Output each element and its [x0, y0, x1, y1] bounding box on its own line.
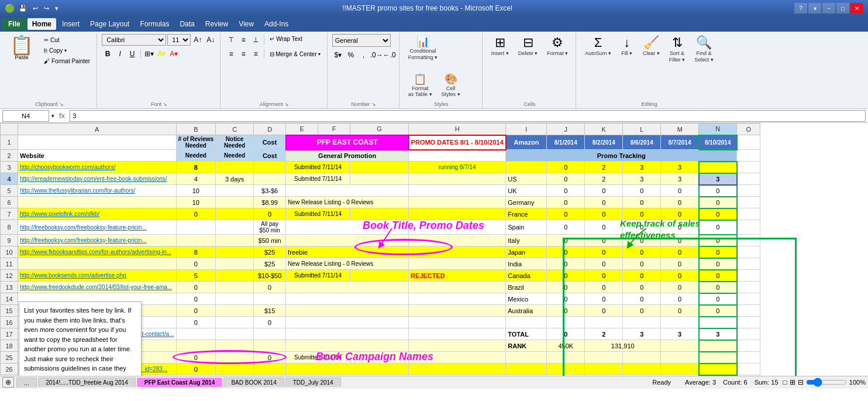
view-menu[interactable]: View [234, 18, 259, 30]
col-header-a[interactable]: A [18, 124, 177, 135]
decrease-font-btn[interactable]: A↓ [205, 34, 216, 46]
cell-c12[interactable] [216, 270, 254, 282]
cell-m11[interactable]: 0 [661, 258, 699, 270]
cell-k11[interactable]: 0 [585, 258, 623, 270]
format-as-table-button[interactable]: 📋 Formatas Table ▾ [404, 71, 436, 101]
formula-input[interactable] [70, 110, 866, 122]
cell-d26[interactable] [254, 364, 286, 375]
cell-d3[interactable] [254, 162, 286, 173]
cell-i5[interactable]: UK [506, 185, 547, 197]
cell-n17[interactable]: 3 [699, 328, 737, 340]
cell-i8[interactable]: Spain [506, 220, 547, 235]
cell-j14[interactable]: 0 [547, 293, 585, 305]
sort-filter-button[interactable]: ⇅ Sort &Filter ▾ [665, 34, 690, 66]
cell-h16[interactable] [409, 317, 506, 328]
sheet-tab-2014-tdd[interactable]: 2014!.....TDD_freebie Aug 2014 [38, 378, 136, 387]
cell-c4[interactable]: 3 days [216, 173, 254, 185]
col-header-d[interactable]: D [254, 124, 286, 135]
cell-n16[interactable] [699, 317, 737, 328]
function-icon[interactable]: fx [57, 111, 67, 120]
cell-b15[interactable]: 0 [176, 305, 216, 317]
cell-l26[interactable] [623, 364, 661, 375]
cell-b1[interactable]: # of ReviewsNeeded [176, 135, 216, 150]
cell-m1[interactable]: 8/7/2014 [661, 135, 699, 150]
redo-quick-btn[interactable]: ↪ [42, 4, 51, 13]
cell-h10[interactable] [409, 246, 506, 258]
cell-o9[interactable] [737, 235, 760, 246]
cell-efg15[interactable] [286, 305, 409, 317]
close-btn[interactable]: ✕ [850, 3, 863, 13]
page-layout-menu[interactable]: Page Layout [85, 18, 134, 30]
cell-b6[interactable]: 10 [176, 197, 216, 208]
save-quick-btn[interactable]: 💾 [17, 4, 29, 13]
cell-d7[interactable]: 0 [254, 208, 286, 220]
cell-o25[interactable] [737, 352, 760, 364]
cell-j12[interactable]: 0 [547, 270, 585, 282]
cell-k15[interactable]: 0 [585, 305, 623, 317]
cell-c5[interactable] [216, 185, 254, 197]
percent-btn[interactable]: % [345, 49, 357, 61]
cell-h5[interactable] [409, 185, 506, 197]
cell-h7[interactable] [409, 208, 506, 220]
cell-l17[interactable]: 3 [623, 328, 661, 340]
row-header-8[interactable]: 8 [1, 220, 18, 235]
cell-d2[interactable]: Cost [254, 150, 286, 162]
cell-o2[interactable] [737, 150, 760, 162]
cell-h18[interactable] [409, 340, 506, 352]
cell-c2[interactable]: Needed [216, 150, 254, 162]
cell-efg26[interactable] [286, 364, 409, 375]
cell-k13[interactable]: 0 [585, 282, 623, 293]
cell-d9[interactable]: $50 min [254, 235, 286, 246]
formulas-menu[interactable]: Formulas [135, 18, 174, 30]
cell-l13[interactable]: 0 [623, 282, 661, 293]
cell-j8[interactable]: 0 [547, 220, 585, 235]
cell-o6[interactable] [737, 197, 760, 208]
cell-d13[interactable]: 0 [254, 282, 286, 293]
cell-d12[interactable]: $10-$50 [254, 270, 286, 282]
middle-align-btn[interactable]: ≡ [237, 34, 249, 46]
cell-g4[interactable] [350, 173, 409, 185]
cell-ef12[interactable]: Submitted 7/11/14 [286, 270, 350, 282]
cell-j25[interactable] [547, 352, 585, 364]
cell-l15[interactable]: 0 [623, 305, 661, 317]
normal-view-btn[interactable]: □ [783, 378, 787, 386]
cell-n1[interactable]: 8/10/2014 [699, 135, 737, 150]
row-header-13[interactable]: 13 [1, 282, 18, 293]
cell-efg1[interactable]: PFP EAST COAST [286, 135, 409, 150]
cell-ef3[interactable]: Submitted 7/11/14 [286, 162, 350, 173]
cell-i4[interactable]: US [506, 173, 547, 185]
sheet-tab-pfp[interactable]: PFP East Coast Aug 2014 [137, 378, 223, 388]
cell-n13[interactable]: 0 [699, 282, 737, 293]
cell-n3[interactable] [699, 162, 737, 173]
cell-d15[interactable]: $15 [254, 305, 286, 317]
file-menu[interactable]: File [2, 18, 26, 30]
row-header-6[interactable]: 6 [1, 197, 18, 208]
cell-j16[interactable] [547, 317, 585, 328]
bold-button[interactable]: B [102, 48, 113, 60]
top-align-btn[interactable]: ⊤ [225, 34, 237, 46]
cell-n18[interactable] [699, 340, 737, 352]
font-name-selector[interactable]: Calibri [102, 34, 166, 46]
cell-k5[interactable]: 0 [585, 185, 623, 197]
cell-a11[interactable] [18, 258, 177, 270]
cell-o12[interactable] [737, 270, 760, 282]
cell-m18[interactable] [661, 340, 699, 352]
cell-b12[interactable]: 5 [176, 270, 216, 282]
cell-o13[interactable] [737, 282, 760, 293]
row-header-17[interactable]: 17 [1, 328, 18, 340]
home-menu[interactable]: Home [27, 18, 56, 30]
cell-n11[interactable]: 0 [699, 258, 737, 270]
cell-o7[interactable] [737, 208, 760, 220]
align-right-btn[interactable]: ≡ [250, 48, 261, 60]
increase-decimal-btn[interactable]: .0→ [371, 49, 383, 61]
cell-g3[interactable] [350, 162, 409, 173]
cell-l14[interactable]: 0 [623, 293, 661, 305]
number-format-selector[interactable]: General [332, 34, 391, 47]
row-header-16[interactable]: 16 [1, 317, 18, 328]
cell-k14[interactable]: 0 [585, 293, 623, 305]
cell-i3[interactable] [506, 162, 547, 173]
cell-b18[interactable] [176, 340, 216, 352]
cell-b3[interactable]: 8 [176, 162, 216, 173]
cell-k10[interactable]: 0 [585, 246, 623, 258]
format-painter-button[interactable]: 🖌 Format Painter [41, 56, 93, 66]
